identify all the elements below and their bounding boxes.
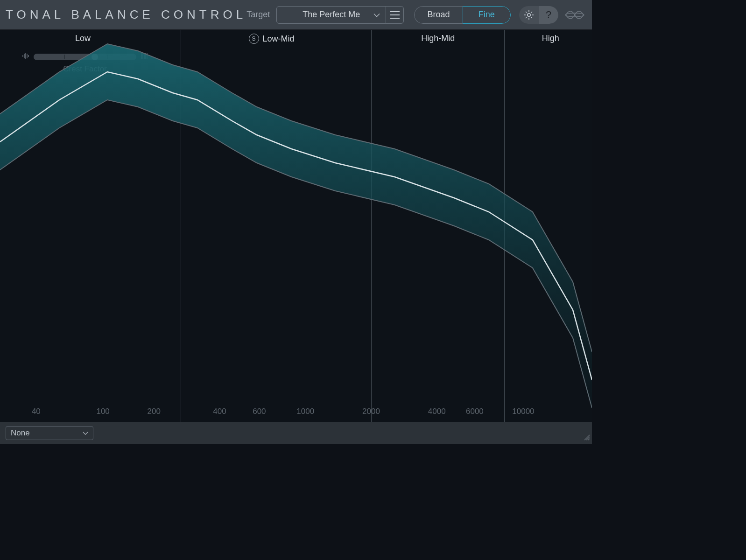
axis-tick: 200 [147, 407, 160, 416]
preset-menu-button[interactable] [386, 6, 404, 24]
settings-button[interactable] [519, 6, 539, 24]
axis-tick: 10000 [512, 407, 534, 416]
fine-view-button[interactable]: Fine [463, 6, 511, 24]
svg-point-0 [528, 13, 530, 16]
target-preset-value: The Perfect Me [303, 10, 360, 20]
app-title: TONAL BALANCE CONTROL [6, 7, 246, 22]
spectrum-graph[interactable]: Low S Low-Mid High-Mid High Crest Factor [0, 30, 592, 422]
axis-tick: 40 [32, 407, 41, 416]
axis-tick: 4000 [428, 407, 446, 416]
axis-tick: 2000 [362, 407, 380, 416]
frequency-axis: 40100200400600100020004000600010000 [0, 407, 592, 418]
axis-tick: 600 [253, 407, 266, 416]
chevron-down-icon [373, 10, 380, 20]
view-mode-toggle: Broad Fine [414, 6, 511, 24]
axis-tick: 400 [213, 407, 226, 416]
target-label: Target [246, 10, 270, 20]
chevron-down-icon [83, 428, 88, 438]
gear-icon [523, 9, 535, 21]
help-icon: ? [546, 9, 551, 21]
plugin-link-value: None [11, 428, 30, 438]
axis-tick: 100 [96, 407, 109, 416]
target-curve [0, 30, 592, 422]
help-button[interactable]: ? [539, 6, 558, 24]
izotope-logo-icon [563, 6, 586, 24]
target-preset-select[interactable]: The Perfect Me [276, 6, 386, 24]
broad-view-button[interactable]: Broad [414, 6, 462, 24]
header-bar: TONAL BALANCE CONTROL Target The Perfect… [0, 0, 592, 30]
footer-bar: None [0, 422, 592, 444]
axis-tick: 6000 [466, 407, 484, 416]
resize-grip-icon[interactable] [583, 433, 590, 442]
axis-tick: 1000 [296, 407, 314, 416]
plugin-link-select[interactable]: None [6, 426, 93, 440]
